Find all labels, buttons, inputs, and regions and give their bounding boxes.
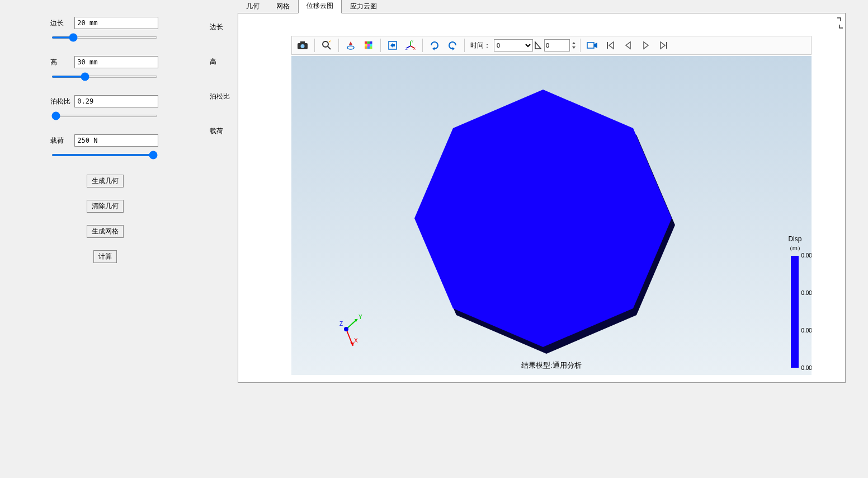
viewport-3d[interactable]: Y X Z Disp （m） 0.000e+00 [291,56,812,375]
time-input[interactable] [544,39,570,51]
svg-rect-13 [367,46,370,49]
svg-rect-6 [365,41,367,44]
mirror-load-label: 载荷 [210,125,238,160]
legend-unit: （m） [786,244,804,252]
result-title: 结果模型:通用分析 [291,360,812,371]
legend-tick: 0.000e+00 [801,252,812,259]
svg-rect-11 [370,44,372,47]
expand-icon[interactable] [836,16,844,30]
svg-rect-9 [365,44,367,47]
svg-rect-1 [300,41,305,44]
svg-rect-23 [607,42,608,49]
color-legend: Disp （m） 0.000e+00 0.000e+00 0.000e+00 0… [786,235,804,368]
poisson-input[interactable] [74,95,158,107]
compute-button[interactable]: 计算 [93,250,117,263]
first-frame-icon[interactable] [602,38,619,53]
svg-rect-24 [666,42,667,49]
param-poisson: 泊松比 [50,95,193,119]
viewer-frame: YXZ 时间： 0 [238,13,846,383]
generate-geometry-button[interactable]: 生成几何 [87,175,124,188]
rotate-cw-icon[interactable] [426,38,443,53]
rotate-ccw-icon[interactable] [444,38,461,53]
load-label: 载荷 [50,136,73,146]
legend-title: Disp [786,235,804,243]
play-icon[interactable] [638,38,654,53]
svg-point-3 [323,41,328,47]
time-select[interactable]: 0 [494,39,533,51]
svg-rect-14 [370,46,372,49]
svg-rect-8 [370,41,372,44]
poisson-label: 泊松比 [50,97,73,106]
svg-point-2 [301,44,305,48]
angle-icon [534,40,543,51]
tab-geometry[interactable]: 几何 [238,0,268,13]
param-height: 高 [50,56,193,79]
load-input[interactable] [74,134,158,147]
svg-rect-12 [365,46,367,49]
svg-point-29 [344,327,348,331]
camera-icon[interactable] [294,38,311,53]
svg-text:X: X [354,338,358,344]
brush-icon[interactable] [342,38,359,53]
legend-tick: 0.000e+00 [801,327,812,334]
svg-text:Y: Y [411,40,413,43]
svg-text:Z: Z [339,321,343,327]
axis-triad: Y X Z [336,313,370,353]
fit-view-icon[interactable] [384,38,401,53]
last-frame-icon[interactable] [655,38,672,53]
tab-mesh[interactable]: 网格 [268,0,298,13]
tab-displacement[interactable]: 位移云图 [298,0,342,13]
mirror-edge-label: 边长 [210,21,238,56]
generate-mesh-button[interactable]: 生成网格 [87,225,124,238]
spinner-icon[interactable] [571,40,577,51]
param-load: 载荷 [50,134,193,158]
mirror-height-label: 高 [210,56,238,91]
height-slider[interactable] [51,76,158,78]
time-label: 时间： [470,41,490,50]
prev-frame-icon[interactable] [620,38,636,53]
tab-stress[interactable]: 应力云图 [342,0,385,13]
height-input[interactable] [74,56,158,68]
load-slider[interactable] [51,154,158,156]
parameter-panel: 边长 高 泊松比 载荷 生成几何 清除几何 生成网格 计算 [0,0,210,478]
svg-rect-22 [587,43,594,48]
zoom-icon[interactable] [318,38,335,53]
mirror-labels: 边长 高 泊松比 载荷 [210,0,238,478]
svg-text:Y: Y [358,314,362,320]
colormap-icon[interactable] [360,38,377,53]
svg-text:Z: Z [405,47,408,50]
edge-input[interactable] [74,17,158,29]
edge-slider[interactable] [51,36,158,39]
record-icon[interactable] [584,38,601,53]
poisson-slider[interactable] [51,115,158,117]
svg-line-4 [328,46,331,49]
edge-label: 边长 [50,18,73,28]
param-edge: 边长 [50,17,193,40]
height-label: 高 [50,58,73,67]
svg-rect-7 [367,41,370,44]
axis-view-icon[interactable]: YXZ [402,38,419,53]
legend-tick: 0.000e+00 [801,290,812,296]
svg-rect-10 [367,44,370,47]
svg-text:X: X [413,47,416,50]
svg-point-5 [347,46,354,49]
viewer-toolbar: YXZ 时间： 0 [291,36,812,55]
model-octagon [414,90,672,347]
tab-strip: 几何 网格 位移云图 应力云图 [238,0,846,13]
mirror-poisson-label: 泊松比 [210,91,238,125]
clear-geometry-button[interactable]: 清除几何 [87,200,124,213]
